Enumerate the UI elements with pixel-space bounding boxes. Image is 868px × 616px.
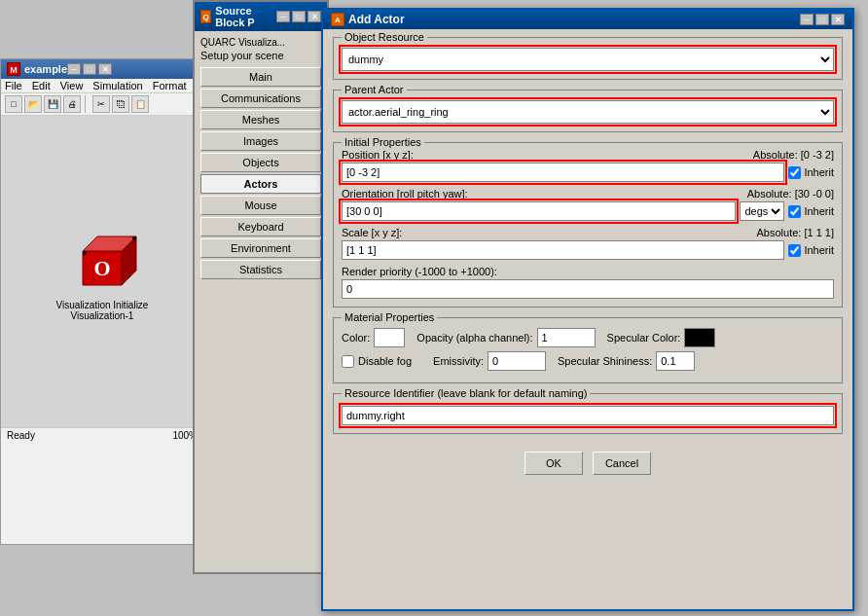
canvas-sublabel: Visualization-1 [71,310,134,321]
minimize-button[interactable]: ─ [67,63,81,75]
nav-images[interactable]: Images [200,131,321,151]
scale-label: Scale [x y z]: [342,227,402,238]
menu-view[interactable]: View [60,80,84,91]
svg-point-4 [83,251,87,255]
render-priority-input[interactable] [342,279,834,299]
source-maximize-btn[interactable]: □ [292,11,306,22]
matlab-titlebar: M example ─ □ ✕ [1,59,203,79]
cancel-button[interactable]: Cancel [593,452,651,475]
setup-text: Setup your scene [200,50,321,61]
parent-actor-section: Parent Actor actor.aerial_ring_ring [333,90,843,132]
orientation-input[interactable] [342,201,736,221]
source-titlebar: Q Source Block P ─ □ ✕ [195,2,327,31]
scale-input[interactable] [342,240,784,260]
position-inherit-checkbox[interactable] [788,166,801,179]
nav-mouse[interactable]: Mouse [200,196,321,215]
nav-objects[interactable]: Objects [200,153,321,172]
color-label: Color: [342,332,370,344]
nav-actors[interactable]: Actors [200,174,321,194]
orientation-inherit-row: Inherit [788,205,834,218]
cut-icon[interactable]: ✂ [92,95,110,113]
close-button[interactable]: ✕ [98,63,112,75]
status-text: Ready [7,430,35,441]
save-icon[interactable]: 💾 [44,95,61,113]
paste-icon[interactable]: 📋 [131,95,149,113]
orientation-abs-label: Absolute: [30 -0 0] [747,188,834,199]
opacity-label: Opacity (alpha channel): [416,332,532,344]
position-input[interactable] [342,163,784,182]
opacity-input[interactable] [537,328,596,347]
maximize-button[interactable]: □ [83,63,96,75]
orientation-labels-row: Orientation [roll pitch yaw]: Absolute: … [342,188,834,199]
nav-environment[interactable]: Environment [200,238,321,258]
material-properties-label: Material Properties [342,311,437,323]
specular-color-swatch[interactable] [684,328,715,347]
resource-identifier-label: Resource Identifier (leave blank for def… [342,387,590,399]
position-label: Position [x y z]: [342,149,414,161]
dialog-icon: A [331,13,344,26]
nav-meshes[interactable]: Meshes [200,110,321,129]
ok-button[interactable]: OK [524,452,583,475]
position-abs-label: Absolute: [0 -3 2] [753,149,834,161]
scale-abs-label: Absolute: [1 1 1] [757,227,835,238]
object-resource-dropdown[interactable]: dummy [342,48,834,71]
menu-file[interactable]: File [5,80,22,91]
cube-visualization: O [63,222,141,300]
nav-statistics[interactable]: Statistics [200,260,321,279]
disable-fog-label: Disable fog [358,355,412,367]
matlab-canvas: O Visualization Initialize Visualization… [1,116,203,427]
open-icon[interactable]: 📂 [24,95,42,113]
emissivity-input[interactable] [488,351,546,371]
matlab-status-bar: Ready 100% [1,427,203,443]
nav-main[interactable]: Main [200,67,321,87]
orientation-unit-select[interactable]: degs [740,201,784,221]
render-priority-label: Render priority (-1000 to +1000): [342,266,834,277]
parent-actor-label: Parent Actor [342,84,407,95]
resource-identifier-input[interactable] [342,406,834,425]
material-row-2: Disable fog Emissivity: Specular Shinine… [342,351,834,371]
menu-edit[interactable]: Edit [32,80,51,91]
menu-simulation[interactable]: Simulation [92,80,142,91]
position-inherit-row: Inherit [788,166,834,179]
initial-properties-section: Initial Properties Position [x y z]: Abs… [333,142,843,308]
color-swatch[interactable] [374,328,405,347]
dialog-content: Object Resource dummy Parent Actor actor… [323,29,852,601]
parent-actor-dropdown[interactable]: actor.aerial_ring_ring [342,100,834,124]
object-resource-section: Object Resource dummy [333,37,843,80]
scale-inherit-row: Inherit [788,244,834,257]
dialog-maximize-btn[interactable]: □ [815,14,829,25]
specular-shininess-label: Specular Shininess: [558,355,652,367]
source-minimize-btn[interactable]: ─ [276,11,290,22]
specular-shininess-input[interactable] [656,351,695,371]
add-actor-dialog: A Add Actor ─ □ ✕ Object Resource dummy … [321,8,854,611]
menu-format[interactable]: Format [153,80,187,91]
copy-icon[interactable]: ⿻ [112,95,129,113]
quarc-icon: Q [200,10,211,23]
dialog-titlebar: A Add Actor ─ □ ✕ [323,10,852,29]
disable-fog-checkbox[interactable] [342,355,354,368]
material-row-1: Color: Opacity (alpha channel): Specular… [342,328,834,347]
resource-identifier-section: Resource Identifier (leave blank for def… [333,393,843,434]
orientation-inherit-checkbox[interactable] [788,205,801,218]
dialog-minimize-btn[interactable]: ─ [800,14,814,25]
source-content: QUARC Visualiza... Setup your scene Main… [195,31,327,287]
material-properties-section: Material Properties Color: Opacity (alph… [333,317,843,383]
position-input-row: Inherit [342,163,834,182]
position-labels-row: Position [x y z]: Absolute: [0 -3 2] [342,149,834,161]
matlab-title: example [24,63,67,75]
dialog-footer: OK Cancel [333,444,843,475]
scale-inherit-checkbox[interactable] [788,244,801,257]
nav-communications[interactable]: Communications [200,89,321,108]
new-icon[interactable]: □ [5,95,22,113]
scale-labels-row: Scale [x y z]: Absolute: [1 1 1] [342,227,834,238]
scale-inherit-label: Inherit [804,244,834,256]
position-inherit-label: Inherit [804,166,834,178]
source-close-btn[interactable]: ✕ [307,11,321,22]
nav-keyboard[interactable]: Keyboard [200,217,321,236]
orientation-inherit-label: Inherit [804,205,834,217]
quarc-subtitle: QUARC Visualiza... [200,37,321,48]
canvas-label: Visualization Initialize [56,300,149,310]
orientation-unit-row: degs [740,201,784,221]
print-icon[interactable]: 🖨 [63,95,81,113]
dialog-close-btn[interactable]: ✕ [831,14,845,25]
